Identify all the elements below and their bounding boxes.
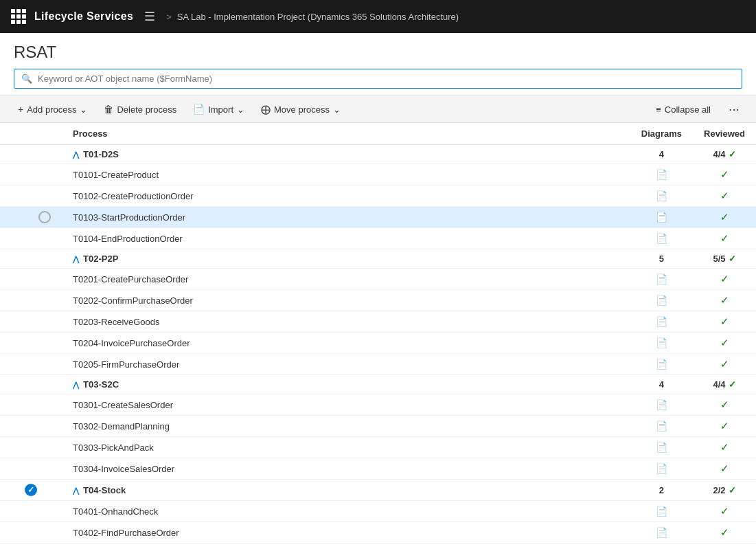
add-process-button[interactable]: + Add process ⌄ (11, 100, 94, 118)
add-process-label: Add process (27, 104, 76, 115)
child-process-cell: T0401-OnhandCheck (62, 501, 630, 522)
table-row[interactable]: T0303-PickAndPack📄✓ (0, 437, 756, 458)
child-check-icon: ✓ (720, 505, 729, 517)
collapse-icon[interactable]: ⋀ (73, 381, 79, 389)
app-grid-icon[interactable] (11, 9, 26, 24)
child-diagrams-cell: 📄 (630, 164, 693, 186)
child-diagrams-cell: 📄 (630, 228, 693, 249)
table-row[interactable]: T0203-ReceiveGoods📄✓ (0, 311, 756, 333)
search-container: 🔍 (0, 69, 756, 96)
collapse-all-button[interactable]: ≡ Collapse all (649, 101, 718, 118)
child-check-icon: ✓ (720, 168, 729, 180)
child-reviewed-cell: ✓ (693, 333, 756, 354)
child-diagrams-cell: 📄 (630, 437, 693, 458)
table-row[interactable]: T0401-OnhandCheck📄✓ (0, 501, 756, 522)
child-label: T0201-CreatePurchaseOrder (73, 274, 188, 284)
reviewed-value: 5/5 (713, 254, 725, 264)
child-check-icon: ✓ (720, 462, 729, 474)
table-row[interactable]: ⋀T02-P2P55/5✓ (0, 249, 756, 269)
collapse-icon[interactable]: ⋀ (73, 255, 79, 263)
row-selector-cell (0, 269, 62, 290)
diagram-icon: 📄 (656, 337, 667, 348)
delete-process-label: Delete process (117, 104, 176, 115)
search-wrapper: 🔍 (14, 69, 742, 89)
collapse-icon[interactable]: ⋀ (73, 150, 79, 159)
row-selector-cell (0, 437, 62, 458)
child-reviewed-cell: ✓ (693, 186, 756, 207)
child-diagrams-cell: 📄 (630, 458, 693, 480)
child-label: T0203-ReceiveGoods (73, 317, 159, 327)
child-label: T0104-EndProductionOrder (73, 234, 183, 244)
hamburger-icon[interactable]: ☰ (141, 6, 158, 27)
table-row[interactable]: T0205-FirmPurchaseOrder📄✓ (0, 354, 756, 375)
child-check-icon: ✓ (720, 526, 729, 538)
diagram-icon: 📄 (656, 359, 667, 370)
table-row[interactable]: T0201-CreatePurchaseOrder📄✓ (0, 269, 756, 290)
child-check-icon: ✓ (720, 294, 729, 306)
child-diagrams-cell: 📄 (630, 501, 693, 522)
group-diagrams-cell: 2 (630, 480, 693, 501)
diagram-icon: 📄 (656, 190, 667, 201)
col-reviewed-header: Reviewed (693, 123, 756, 145)
search-input[interactable] (38, 74, 735, 84)
child-reviewed-cell: ✓ (693, 501, 756, 522)
child-reviewed-cell: ✓ (693, 290, 756, 311)
diagram-icon: 📄 (656, 295, 667, 306)
reviewed-value: 4/4 (713, 379, 725, 390)
child-reviewed-cell: ✓ (693, 522, 756, 544)
child-reviewed-cell: ✓ (693, 458, 756, 480)
collapse-all-icon: ≡ (656, 104, 661, 115)
move-process-button[interactable]: ⨁ Move process ⌄ (254, 100, 347, 118)
child-check-icon: ✓ (720, 211, 729, 223)
table-row[interactable]: T0101-CreateProduct📄✓ (0, 164, 756, 186)
diagram-icon: 📄 (656, 399, 667, 410)
group-label: T02-P2P (83, 254, 118, 264)
app-title: Lifecycle Services (34, 10, 133, 23)
collapse-icon[interactable]: ⋀ (73, 486, 79, 495)
page-title: RSAT (0, 33, 756, 69)
table-row[interactable]: T0301-CreateSalesOrder📄✓ (0, 394, 756, 416)
table-row[interactable]: T0302-DemandPlanning📄✓ (0, 416, 756, 437)
child-diagrams-cell: 📄 (630, 354, 693, 375)
more-options-button[interactable]: ⋯ (723, 100, 745, 120)
child-label: T0304-InvoiceSalesOrder (73, 464, 174, 474)
group-reviewed-cell: 2/2✓ (693, 480, 756, 501)
child-check-icon: ✓ (720, 420, 729, 432)
diagram-icon: 📄 (656, 169, 667, 180)
table-row[interactable]: ✓⋀T04-Stock22/2✓ (0, 480, 756, 501)
child-label: T0102-CreateProductionOrder (73, 191, 194, 201)
child-diagrams-cell: 📄 (630, 207, 693, 228)
child-check-icon: ✓ (720, 441, 729, 453)
delete-icon: 🗑 (104, 104, 113, 115)
child-label: T0402-FindPurchaseOrder (73, 528, 179, 538)
child-reviewed-cell: ✓ (693, 164, 756, 186)
table-row[interactable]: T0202-ConfirmPurchaseOrder📄✓ (0, 290, 756, 311)
group-process-cell: ⋀T01-D2S (62, 145, 630, 164)
delete-process-button[interactable]: 🗑 Delete process (97, 100, 183, 118)
table-row[interactable]: ⋀T03-S2C44/4✓ (0, 375, 756, 394)
row-radio-icon[interactable] (38, 211, 51, 223)
row-selector-cell (0, 207, 62, 228)
row-selector-cell (0, 186, 62, 207)
import-button[interactable]: 📄 Import ⌄ (186, 100, 251, 118)
add-icon: + (18, 104, 23, 115)
child-label: T0204-InvoicePurchaseOrder (73, 338, 190, 348)
table-row[interactable]: T0103-StartProductionOrder📄✓ (0, 207, 756, 228)
child-process-cell: T0202-ConfirmPurchaseOrder (62, 290, 630, 311)
table-row[interactable]: ⋀T01-D2S44/4✓ (0, 145, 756, 164)
group-reviewed-cell: 5/5✓ (693, 249, 756, 269)
row-selector-cell (0, 311, 62, 333)
child-reviewed-cell: ✓ (693, 269, 756, 290)
child-diagrams-cell: 📄 (630, 394, 693, 416)
table-row[interactable]: T0102-CreateProductionOrder📄✓ (0, 186, 756, 207)
table-row[interactable]: T0402-FindPurchaseOrder📄✓ (0, 522, 756, 544)
child-diagrams-cell: 📄 (630, 186, 693, 207)
reviewed-check-icon: ✓ (729, 149, 736, 159)
group-process-cell: ⋀T02-P2P (62, 249, 630, 269)
table-row[interactable]: T0304-InvoiceSalesOrder📄✓ (0, 458, 756, 480)
table-row[interactable]: T0104-EndProductionOrder📄✓ (0, 228, 756, 249)
reviewed-value: 4/4 (713, 149, 725, 159)
child-process-cell: T0101-CreateProduct (62, 164, 630, 186)
table-row[interactable]: T0204-InvoicePurchaseOrder📄✓ (0, 333, 756, 354)
reviewed-check-icon: ✓ (729, 254, 736, 264)
